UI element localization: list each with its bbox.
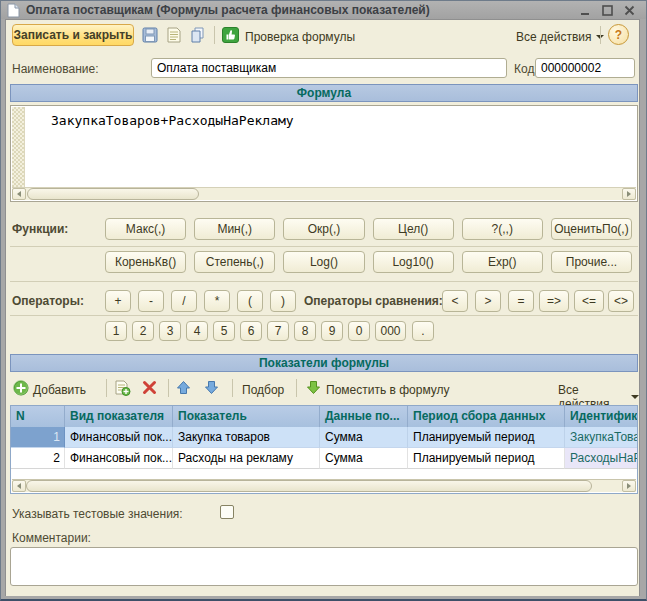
function-button[interactable]: ?(,,) (462, 218, 543, 240)
copy-row-icon[interactable] (114, 380, 131, 396)
move-down-icon[interactable] (204, 380, 219, 395)
formula-section-header: Формула (10, 84, 638, 102)
all-actions-button[interactable]: Все действия (516, 30, 604, 44)
comparison-button[interactable]: = (508, 290, 534, 312)
insert-to-formula-button[interactable]: Поместить в формулу (326, 383, 450, 397)
scroll-left-button[interactable] (12, 188, 26, 200)
digit-button[interactable]: 000 (375, 321, 406, 341)
function-button[interactable]: Exp() (462, 251, 543, 273)
row-selector-cell[interactable]: 1 (11, 427, 65, 448)
function-button[interactable]: КореньКв() (105, 251, 186, 273)
function-button[interactable]: Прочие... (551, 251, 632, 273)
column-header[interactable]: Данные по... (320, 406, 408, 427)
operator-button[interactable]: ) (270, 290, 296, 312)
window: Оплата поставщикам (Формулы расчета фина… (0, 0, 647, 601)
delete-row-icon[interactable] (142, 380, 157, 395)
save-and-close-button[interactable]: Записать и закрыть (12, 24, 134, 46)
cell-period[interactable]: Планируемый период (408, 427, 565, 448)
operator-button[interactable]: - (138, 290, 164, 312)
formula-editor[interactable]: ЗакупкаТоваров+РасходыНаРекламу (10, 105, 638, 202)
toolbar-separator (600, 26, 601, 44)
table-row[interactable]: 2 Финансовый пок... Расходы на рекламу С… (11, 448, 637, 469)
scroll-right-button[interactable] (622, 188, 636, 200)
operator-button[interactable]: ( (237, 290, 263, 312)
function-button[interactable]: ОценитьПо(,) (551, 218, 632, 240)
digit-button[interactable]: . (412, 321, 434, 341)
scroll-right-button[interactable] (622, 480, 636, 492)
function-button[interactable]: Цел() (373, 218, 454, 240)
digit-button[interactable]: 2 (132, 321, 154, 341)
formula-scrollbar[interactable] (12, 187, 636, 200)
table-scrollbar[interactable] (12, 479, 636, 492)
cell-identifier[interactable]: РасходыНаРекламу (565, 448, 637, 469)
digit-button[interactable]: 6 (240, 321, 262, 341)
comparison-button[interactable]: <= (574, 290, 604, 312)
name-label: Наименование: (12, 62, 99, 76)
scroll-left-button[interactable] (12, 480, 26, 492)
check-formula-icon[interactable] (222, 27, 239, 43)
comparison-operators-label: Операторы сравнения: (304, 294, 443, 308)
toolbar-separator (168, 379, 169, 397)
digit-button[interactable]: 7 (267, 321, 289, 341)
function-button[interactable]: Макс(,) (105, 218, 186, 240)
maximize-button[interactable] (601, 4, 614, 17)
comments-textarea[interactable] (10, 547, 638, 586)
reread-document-icon[interactable] (166, 27, 182, 43)
help-button[interactable]: ? (608, 24, 629, 45)
scrollbar-thumb[interactable] (26, 480, 592, 492)
cell-kind[interactable]: Финансовый пок... (65, 427, 173, 448)
cell-indicator[interactable]: Расходы на рекламу (173, 448, 320, 469)
column-header[interactable]: N (11, 406, 65, 427)
copy-icon[interactable] (190, 27, 206, 43)
formula-text[interactable]: ЗакупкаТоваров+РасходыНаРекламу (25, 107, 636, 187)
function-button[interactable]: Мин(,) (194, 218, 275, 240)
column-header[interactable]: Период сбора данных (408, 406, 565, 427)
cell-data[interactable]: Сумма (320, 448, 408, 469)
digit-button[interactable]: 0 (348, 321, 370, 341)
titlebar[interactable]: Оплата поставщикам (Формулы расчета фина… (1, 1, 646, 19)
separator-line (10, 315, 638, 316)
cell-indicator[interactable]: Закупка товаров (173, 427, 320, 448)
cell-identifier[interactable]: ЗакупкаТоваров (565, 427, 637, 448)
column-header[interactable]: Вид показателя (65, 406, 173, 427)
column-header[interactable]: Идентификатор (565, 406, 637, 427)
indicators-table[interactable]: N Вид показателя Показатель Данные по...… (10, 405, 638, 494)
code-input[interactable]: 000000002 (535, 58, 635, 78)
comparison-button[interactable]: => (539, 290, 569, 312)
test-values-checkbox[interactable] (220, 505, 234, 519)
cell-period[interactable]: Планируемый период (408, 448, 565, 469)
row-selector-cell[interactable]: 2 (11, 448, 65, 469)
comparison-button[interactable]: > (475, 290, 501, 312)
name-input[interactable]: Оплата поставщикам (151, 58, 507, 78)
minimize-button[interactable] (579, 4, 592, 17)
digit-button[interactable]: 3 (159, 321, 181, 341)
insert-to-formula-icon[interactable] (306, 380, 321, 395)
add-row-button[interactable]: Добавить (33, 383, 86, 397)
digit-button[interactable]: 9 (321, 321, 343, 341)
function-button[interactable]: Окр(,) (283, 218, 364, 240)
function-button[interactable]: Степень(,) (194, 251, 275, 273)
digit-button[interactable]: 4 (186, 321, 208, 341)
pick-button[interactable]: Подбор (242, 383, 284, 397)
function-button[interactable]: Log10() (373, 251, 454, 273)
add-icon[interactable] (13, 380, 29, 396)
digit-button[interactable]: 8 (294, 321, 316, 341)
check-formula-button[interactable]: Проверка формулы (245, 30, 355, 44)
function-button[interactable]: Log() (283, 251, 364, 273)
save-icon[interactable] (142, 27, 158, 43)
operator-button[interactable]: + (105, 290, 131, 312)
table-row[interactable]: 1 Финансовый пок... Закупка товаров Сумм… (11, 427, 637, 448)
column-header[interactable]: Показатель (173, 406, 320, 427)
scrollbar-thumb[interactable] (27, 188, 199, 200)
operator-button[interactable]: / (171, 290, 197, 312)
move-up-icon[interactable] (176, 380, 191, 395)
cell-kind[interactable]: Финансовый пок... (65, 448, 173, 469)
comparison-button[interactable]: < (442, 290, 468, 312)
comparison-button[interactable]: <> (608, 290, 634, 312)
close-button[interactable] (623, 4, 636, 17)
cell-data[interactable]: Сумма (320, 427, 408, 448)
digit-button[interactable]: 1 (105, 321, 127, 341)
digit-button[interactable]: 5 (213, 321, 235, 341)
operator-button[interactable]: * (204, 290, 230, 312)
indicators-section-header: Показатели формулы (10, 354, 638, 372)
